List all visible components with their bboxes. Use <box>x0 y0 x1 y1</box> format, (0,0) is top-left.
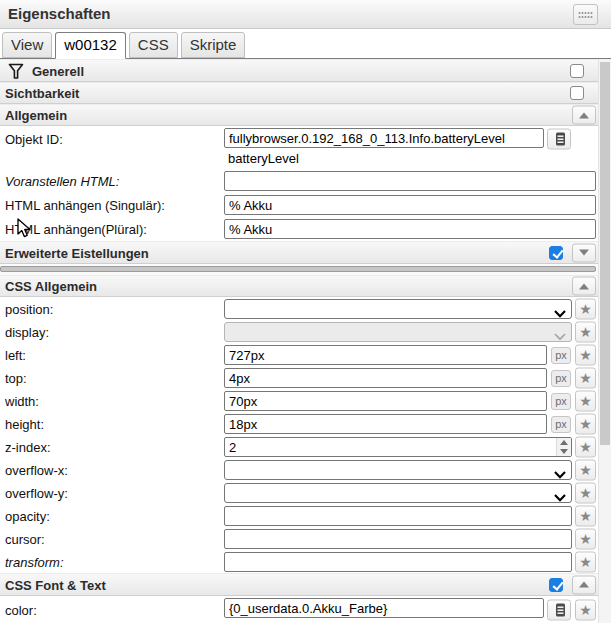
object-list-icon <box>553 131 566 146</box>
position-select[interactable] <box>224 299 572 319</box>
field-label: transform: <box>5 554 64 569</box>
opacity-favorite-button[interactable]: ★ <box>575 505 596 526</box>
field-label: Objekt ID: <box>5 131 63 146</box>
width-favorite-button[interactable]: ★ <box>575 390 596 411</box>
section-header-css-font[interactable]: CSS Font & Text <box>0 573 611 596</box>
property-row-anhaengen-plural: HTML anhängen(Plüral): <box>0 217 611 241</box>
display-select[interactable] <box>224 322 572 342</box>
section-header-css-allgemein[interactable]: CSS Allgemein <box>0 275 611 297</box>
position-favorite-button[interactable]: ★ <box>575 298 596 319</box>
left-unit-button[interactable]: px <box>551 347 571 364</box>
section-header-allgemein[interactable]: Allgemein <box>0 104 611 126</box>
stepper-up-icon <box>560 440 568 445</box>
color-input[interactable] <box>224 598 544 618</box>
panel-header: Eigenschaften <box>0 0 611 29</box>
z-index-input[interactable] <box>224 437 572 457</box>
field-label: overflow-y: <box>5 485 68 500</box>
expand-erweitert-button[interactable] <box>572 243 596 262</box>
anhaengen-singular-input[interactable] <box>224 195 596 215</box>
top-unit-button[interactable]: px <box>551 370 571 387</box>
field-label: cursor: <box>5 531 45 546</box>
width-input[interactable] <box>224 391 547 411</box>
section-header-sichtbarkeit[interactable]: Sichtbarkeit <box>0 82 611 104</box>
tab-widget-w00132[interactable]: w00132 <box>55 32 126 59</box>
section-label: Generell <box>32 63 84 78</box>
field-label: Voranstellen HTML: <box>5 174 119 189</box>
erweitert-checkbox[interactable] <box>549 246 563 260</box>
overflow-x-favorite-button[interactable]: ★ <box>575 459 596 480</box>
property-row-overflow-x: overflow-x: ★ <box>0 458 611 481</box>
left-input[interactable] <box>224 345 547 365</box>
scrollbar-thumb[interactable] <box>600 62 610 445</box>
section-label: CSS Allgemein <box>5 279 97 294</box>
cursor-input[interactable] <box>224 529 572 549</box>
objekt-id-input[interactable] <box>224 128 544 148</box>
object-list-icon <box>553 602 566 617</box>
color-favorite-button[interactable]: ★ <box>575 599 596 620</box>
transform-input[interactable] <box>224 552 572 572</box>
width-unit-button[interactable]: px <box>551 393 571 410</box>
tab-css[interactable]: CSS <box>129 32 178 58</box>
section-label: Erweiterte Eistellungen <box>5 245 149 260</box>
tab-bar: View w00132 CSS Skripte <box>0 29 611 59</box>
top-favorite-button[interactable]: ★ <box>575 367 596 388</box>
splitter-handle[interactable] <box>0 266 596 272</box>
cursor-favorite-button[interactable]: ★ <box>575 528 596 549</box>
generell-checkbox[interactable] <box>570 64 584 78</box>
objekt-id-select-button[interactable] <box>547 128 571 149</box>
properties-panel: Eigenschaften View w00132 CSS Skripte Ge… <box>0 0 611 623</box>
chevron-up-icon <box>579 112 589 118</box>
collapse-css-allgemein-button[interactable] <box>572 277 596 296</box>
grip-dots-icon <box>578 11 593 19</box>
vertical-scrollbar[interactable] <box>598 59 611 623</box>
field-label: position: <box>5 301 53 316</box>
chevron-up-icon <box>579 582 589 588</box>
z-index-favorite-button[interactable]: ★ <box>575 436 596 457</box>
section-label: Allgemein <box>5 108 67 123</box>
height-unit-button[interactable]: px <box>551 416 571 433</box>
z-index-stepper[interactable] <box>556 438 571 456</box>
tab-skripte[interactable]: Skripte <box>181 32 246 58</box>
top-input[interactable] <box>224 368 547 388</box>
anhaengen-plural-input[interactable] <box>224 219 596 239</box>
field-label: color: <box>5 602 37 617</box>
field-label: left: <box>5 347 26 362</box>
property-row-position: position: ★ <box>0 297 611 320</box>
collapse-css-font-button[interactable] <box>572 575 596 594</box>
field-label: overflow-x: <box>5 462 68 477</box>
overflow-y-favorite-button[interactable]: ★ <box>575 482 596 503</box>
height-input[interactable] <box>224 414 547 434</box>
property-row-top: top: px ★ <box>0 366 611 389</box>
chevron-down-icon <box>554 306 566 321</box>
section-label: Sichtbarkeit <box>5 86 79 101</box>
sichtbarkeit-checkbox[interactable] <box>570 86 584 100</box>
property-row-display: display: ★ <box>0 320 611 343</box>
property-row-left: left: px ★ <box>0 343 611 366</box>
chevron-down-icon <box>579 250 589 256</box>
opacity-input[interactable] <box>224 506 572 526</box>
height-favorite-button[interactable]: ★ <box>575 413 596 434</box>
field-label: HTML anhängen (Singulär): <box>5 198 165 213</box>
property-row-voranstellen: Voranstellen HTML: <box>0 169 611 193</box>
collapse-allgemein-button[interactable] <box>572 106 596 125</box>
color-select-button[interactable] <box>547 599 571 620</box>
css-font-checkbox[interactable] <box>549 578 563 592</box>
field-label: display: <box>5 324 49 339</box>
field-label: height: <box>5 416 44 431</box>
objekt-id-name-row: batteryLevel <box>0 151 611 169</box>
display-favorite-button[interactable]: ★ <box>575 321 596 342</box>
chevron-down-icon <box>554 329 566 344</box>
voranstellen-input[interactable] <box>224 171 596 191</box>
tab-view[interactable]: View <box>2 32 52 58</box>
section-header-erweitert[interactable]: Erweiterte Eistellungen <box>0 241 611 264</box>
left-favorite-button[interactable]: ★ <box>575 344 596 365</box>
panel-title: Eigenschaften <box>0 0 611 28</box>
grip-button[interactable] <box>573 4 598 25</box>
property-row-color: color: ★ <box>0 596 611 623</box>
overflow-x-select[interactable] <box>224 460 572 480</box>
section-header-generell[interactable]: Generell <box>0 59 611 82</box>
overflow-y-select[interactable] <box>224 483 572 503</box>
transform-favorite-button[interactable]: ★ <box>575 551 596 572</box>
field-label: HTML anhängen(Plüral): <box>5 222 147 237</box>
splitter-strip <box>0 264 611 275</box>
